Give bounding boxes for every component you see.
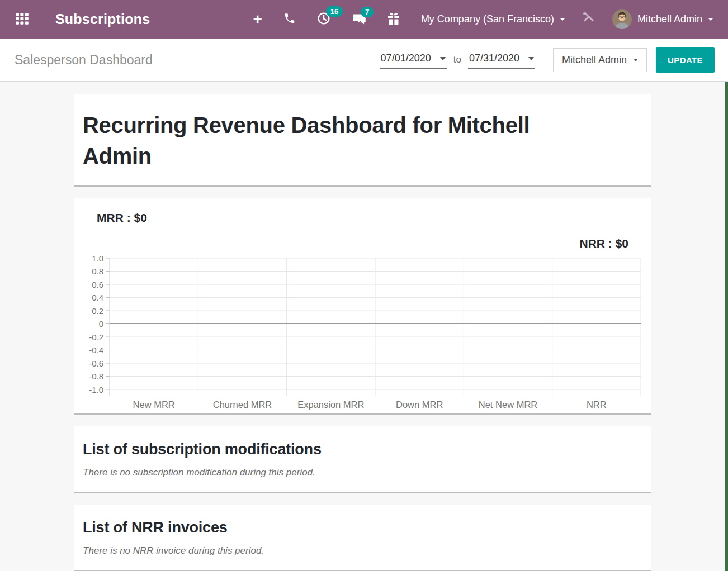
update-button[interactable]: UPDATE	[656, 47, 715, 73]
control-panel: Salesperson Dashboard 07/01/2020 to 07/3…	[0, 39, 728, 82]
nrr-invoices-section: List of NRR invoices There is no NRR inv…	[74, 505, 651, 571]
developer-tools-button[interactable]	[582, 12, 595, 27]
activities-button[interactable]: 16	[317, 12, 330, 27]
chevron-down-icon	[634, 59, 638, 61]
section-title: List of subscription modifications	[83, 441, 642, 458]
svg-text:0.6: 0.6	[92, 280, 103, 289]
company-name: My Company (San Francisco)	[421, 13, 554, 25]
svg-text:New MRR: New MRR	[133, 399, 175, 410]
user-menu[interactable]: Mitchell Admin	[612, 9, 713, 29]
messages-button[interactable]: 7	[352, 12, 366, 27]
svg-text:Expansion MRR: Expansion MRR	[297, 399, 364, 410]
tools-icon	[582, 12, 595, 27]
salesperson-selected-value: Mitchell Admin	[562, 54, 627, 66]
nrr-total-label: NRR : $0	[74, 237, 628, 250]
app-title-menu[interactable]: Subscriptions	[55, 11, 150, 27]
plus-icon: +	[253, 12, 262, 27]
section-title: List of NRR invoices	[83, 519, 642, 536]
svg-text:Down MRR: Down MRR	[396, 399, 443, 410]
gift-icon	[387, 12, 400, 27]
empty-state-text: There is no NRR invoice during this peri…	[83, 545, 642, 556]
dashboard-heading-card: Recurring Revenue Dashboard for Mitchell…	[74, 94, 651, 187]
avatar	[612, 9, 632, 29]
right-edge-strip	[725, 82, 728, 571]
quick-create-button[interactable]: +	[253, 12, 262, 27]
svg-text:0: 0	[99, 319, 103, 329]
page: Subscriptions + 16	[0, 0, 728, 571]
message-count-badge: 7	[361, 7, 374, 17]
date-to-input[interactable]: 07/31/2020	[468, 50, 535, 69]
svg-text:0.2: 0.2	[92, 306, 103, 316]
svg-text:Net New MRR: Net New MRR	[479, 399, 538, 410]
dashboard-content: Recurring Revenue Dashboard for Mitchell…	[0, 82, 728, 571]
svg-text:-1.0: -1.0	[89, 385, 103, 394]
activity-count-badge: 16	[326, 6, 343, 17]
phone-button[interactable]	[283, 12, 296, 26]
date-range-to-label: to	[453, 54, 461, 65]
apps-grid-icon	[16, 13, 29, 26]
user-name: Mitchell Admin	[637, 13, 702, 25]
dashboard-controls: 07/01/2020 to 07/31/2020 Mitchell Admin …	[380, 47, 715, 73]
svg-text:NRR: NRR	[587, 399, 607, 410]
chevron-down-icon	[440, 57, 446, 60]
referral-gift-button[interactable]	[387, 12, 400, 27]
mrr-total-label: MRR : $0	[97, 211, 651, 225]
page-title: Salesperson Dashboard	[15, 53, 153, 68]
date-from-value: 07/01/2020	[381, 53, 431, 64]
svg-text:0.4: 0.4	[92, 293, 103, 302]
date-from-input[interactable]: 07/01/2020	[380, 50, 447, 69]
chevron-down-icon	[708, 18, 713, 21]
empty-state-text: There is no subscription modification du…	[83, 467, 642, 478]
svg-text:1.0: 1.0	[92, 254, 103, 263]
svg-text:-0.2: -0.2	[89, 332, 103, 342]
mrr-chart-card: MRR : $0 NRR : $0 1.00.80.60.40.20-0.2-0…	[74, 198, 651, 415]
chevron-down-icon	[560, 18, 565, 21]
salesperson-select[interactable]: Mitchell Admin	[553, 48, 647, 72]
top-navbar: Subscriptions + 16	[0, 0, 728, 39]
svg-text:Churned MRR: Churned MRR	[213, 399, 272, 410]
company-switcher[interactable]: My Company (San Francisco)	[421, 13, 565, 25]
apps-menu-button[interactable]	[16, 13, 29, 26]
svg-text:0.8: 0.8	[92, 267, 103, 276]
date-to-value: 07/31/2020	[469, 53, 519, 64]
svg-text:-0.4: -0.4	[89, 345, 103, 355]
chevron-down-icon	[528, 57, 534, 60]
subscription-modifications-section: List of subscription modifications There…	[74, 426, 651, 493]
svg-text:-0.6: -0.6	[89, 359, 103, 368]
dashboard-heading: Recurring Revenue Dashboard for Mitchell…	[83, 110, 603, 172]
navbar-systray: + 16	[253, 9, 713, 29]
mrr-nrr-chart: 1.00.80.60.40.20-0.2-0.4-0.6-0.8-1.0New …	[74, 253, 651, 413]
phone-icon	[283, 12, 296, 26]
svg-text:-0.8: -0.8	[89, 372, 103, 381]
